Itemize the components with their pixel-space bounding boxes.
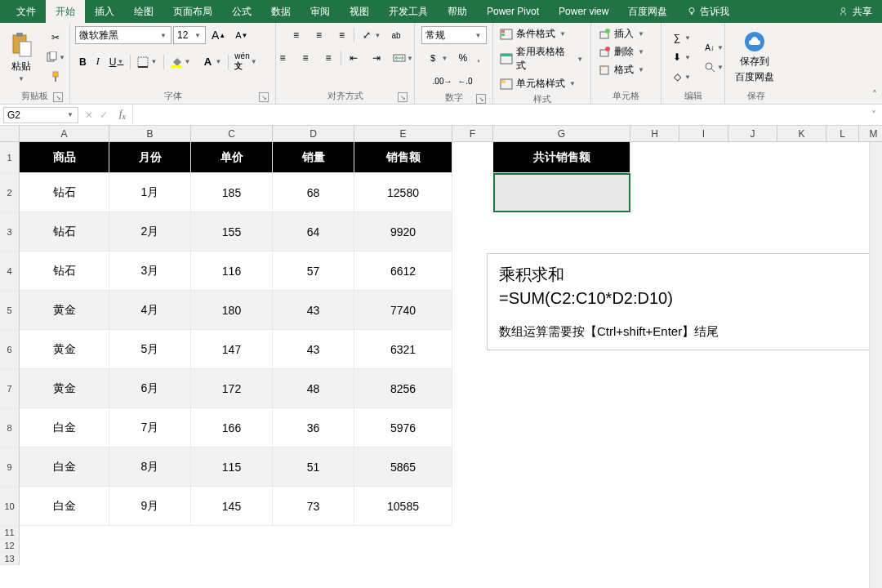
align-bottom-button[interactable]: ≡ [331,26,352,44]
cell[interactable]: 172 [191,369,273,408]
cut-button[interactable]: ✂ [41,29,70,47]
tell-me[interactable]: 告诉我 [677,0,739,23]
cell[interactable]: 白金 [20,448,109,487]
row-header[interactable]: 11 [0,526,20,539]
comma-button[interactable]: , [473,50,483,66]
percent-button[interactable]: % [454,50,471,66]
column-header[interactable]: C [191,126,273,142]
column-header[interactable]: H [630,126,679,142]
cell[interactable]: 57 [273,252,354,291]
shrink-font-button[interactable]: A▼ [231,28,252,42]
column-header[interactable]: I [679,126,728,142]
insert-cells-button[interactable]: 插入▼ [596,26,647,42]
font-size-combo[interactable]: 12▼ [173,26,206,44]
share-button[interactable]: 共享 [830,0,882,23]
grow-font-button[interactable]: A▲ [207,26,229,44]
wrap-text-button[interactable]: ab [387,29,404,42]
decrease-decimal-button[interactable]: ←.0 [455,72,476,90]
cell[interactable]: 钻石 [20,173,109,212]
vertical-scrollbar[interactable] [869,142,882,588]
expand-formula-bar[interactable]: ˅ [866,109,882,121]
collapse-ribbon-button[interactable]: ˄ [872,89,877,100]
italic-button[interactable]: I [92,53,104,70]
tab-file[interactable]: 文件 [7,0,46,23]
cell[interactable]: 48 [273,369,354,408]
cell[interactable]: 73 [273,487,354,526]
cell[interactable]: 5月 [109,330,191,369]
conditional-format-button[interactable]: 条件格式▼ [498,26,568,42]
cell[interactable]: 白金 [20,408,109,448]
tab-powerpivot[interactable]: Power Pivot [477,0,549,23]
row-header[interactable]: 4 [0,252,20,291]
cell[interactable]: 月份 [109,142,191,173]
increase-indent-button[interactable]: ⇥ [366,49,387,67]
copy-button[interactable]: ▼ [41,48,70,66]
bold-button[interactable]: B [75,54,91,70]
dialog-launcher[interactable]: ↘ [259,92,269,102]
cell[interactable]: 145 [191,487,273,526]
cell[interactable]: 36 [273,408,354,448]
cell[interactable]: 12580 [354,173,452,212]
row-header[interactable]: 5 [0,291,20,330]
autosum-button[interactable]: ∑▼ [666,29,696,47]
cell[interactable]: 6321 [354,330,452,369]
increase-decimal-button[interactable]: .00→ [432,72,453,90]
select-all-corner[interactable] [0,126,20,142]
column-header[interactable]: G [493,126,630,142]
tab-data[interactable]: 数据 [261,0,301,23]
enter-formula-icon[interactable]: ✓ [100,109,108,121]
cell[interactable]: 商品 [20,142,109,173]
row-header[interactable]: 13 [0,552,20,565]
merge-center-button[interactable]: ▼ [389,49,418,67]
cell[interactable]: 7月 [109,408,191,448]
cell[interactable]: 68 [273,173,354,212]
dialog-launcher[interactable]: ↘ [398,92,408,102]
align-middle-button[interactable]: ≡ [308,26,329,44]
cell[interactable]: 43 [273,291,354,330]
column-header[interactable]: M [859,126,882,142]
format-as-table-button[interactable]: 套用表格格式▼ [498,44,586,74]
tab-help[interactable]: 帮助 [438,0,477,23]
cell[interactable]: 147 [191,330,273,369]
cell[interactable]: 9920 [354,212,452,252]
cell[interactable]: 9月 [109,487,191,526]
column-header[interactable]: A [20,126,109,142]
name-box[interactable]: G2▼ [3,107,78,123]
format-cells-button[interactable]: 格式▼ [596,62,647,78]
align-center-button[interactable]: ≡ [295,49,316,67]
row-header[interactable]: 1 [0,142,20,173]
column-header[interactable]: L [826,126,859,142]
dialog-launcher[interactable]: ↘ [53,92,63,102]
cell[interactable]: 116 [191,252,273,291]
format-painter-button[interactable] [41,68,70,86]
tab-home[interactable]: 开始 [46,0,85,23]
fill-color-button[interactable]: ▼ [166,53,195,71]
cell[interactable]: 51 [273,448,354,487]
tab-devtools[interactable]: 开发工具 [379,0,438,23]
cell[interactable]: 155 [191,212,273,252]
row-header[interactable]: 2 [0,173,20,212]
border-button[interactable]: ▼ [132,53,162,71]
row-header[interactable]: 10 [0,487,20,526]
fill-button[interactable]: ⬇▼ [666,48,696,66]
cell[interactable]: 185 [191,173,273,212]
row-header[interactable]: 7 [0,369,20,408]
formula-bar[interactable] [132,105,866,125]
column-header[interactable]: J [728,126,777,142]
column-header[interactable]: B [109,126,191,142]
font-name-combo[interactable]: 微软雅黑▼ [75,26,172,44]
row-header[interactable]: 6 [0,330,20,369]
cell[interactable]: 黄金 [20,369,109,408]
cell[interactable]: 64 [273,212,354,252]
row-header[interactable]: 8 [0,408,20,448]
tab-pagelayout[interactable]: 页面布局 [163,0,222,23]
cell[interactable]: 180 [191,291,273,330]
font-color-button[interactable]: A▼ [197,53,226,71]
find-select-button[interactable]: ▼ [699,58,728,76]
cell[interactable]: 钻石 [20,252,109,291]
cell[interactable]: 5976 [354,408,452,448]
row-header[interactable]: 9 [0,448,20,487]
clear-button[interactable]: ◇▼ [666,68,696,86]
paste-button[interactable]: 粘贴 ▼ [5,30,38,84]
cell[interactable]: 8月 [109,448,191,487]
